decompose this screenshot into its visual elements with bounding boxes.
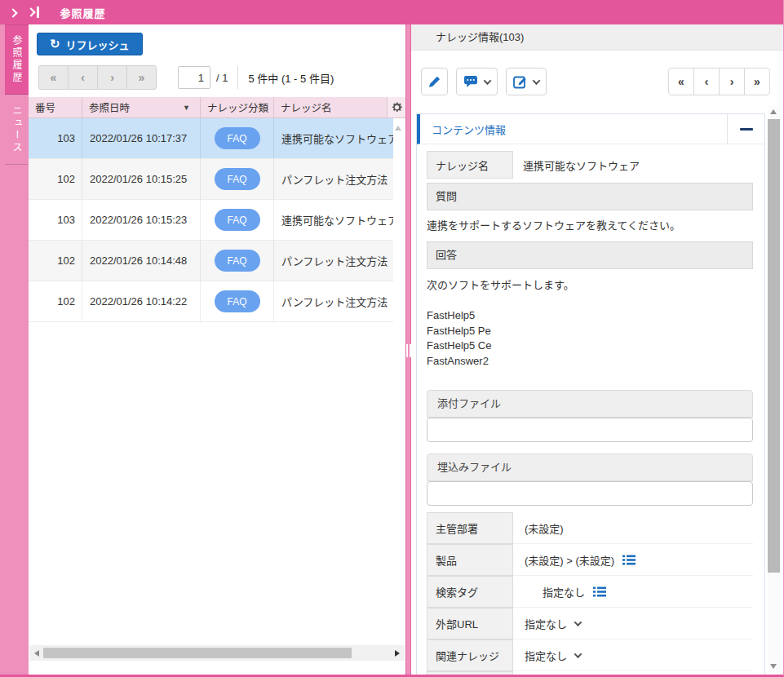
column-settings-gear-icon[interactable] [388,97,405,117]
scroll-down-arrow[interactable] [770,664,777,669]
meta-label: 外部URL [427,608,513,639]
horizontal-scroll-thumb[interactable] [43,648,352,658]
horizontal-scrollbar[interactable] [29,645,405,661]
category-badge: FAQ [215,127,260,149]
next-page-button[interactable]: › [97,65,127,90]
sidebar-tab-active[interactable]: 参照履歴 [5,24,29,95]
sidebar-tab-label: ニュース [10,105,24,154]
table-row[interactable]: 1022022/01/26 10:14:48FAQパンフレット注文方法 [29,241,393,281]
prev-page-button[interactable]: ‹ [68,65,98,90]
next-record-button[interactable]: › [719,68,745,95]
table-row[interactable]: 1032022/01/26 10:17:37FAQ連携可能なソフトウェア [29,118,393,159]
sidebar-tabs: 参照履歴ニュース [0,24,29,165]
cell-category: FAQ [201,118,274,158]
column-header-number[interactable]: 番号 [29,97,82,117]
sidebar: 参照履歴ニュース [0,24,29,675]
detail-title: ナレッジ情報(103) [411,24,783,51]
table-row[interactable]: 1032022/01/26 10:15:23FAQ連携可能なソフトウェア [29,200,393,241]
scroll-right-arrow[interactable] [395,650,400,657]
meta-table: 主管部署(未設定)製品(未設定) > (未設定)検索タグ指定なし外部URL指定な… [427,512,753,675]
prev-record-button[interactable]: ‹ [693,68,720,95]
open-list-icon[interactable] [593,586,606,597]
question-label: 質問 [427,183,753,210]
embedded-file-group: 埋込みファイル [427,454,753,506]
meta-label: 製品 [427,544,513,576]
answer-line: FastAnswer2 [427,354,753,369]
vertical-scroll-thumb[interactable] [768,119,780,573]
meta-value: 指定なし [543,576,606,607]
category-badge: FAQ [215,250,260,272]
cell-knowledge-name: パンフレット注文方法 [274,241,393,281]
meta-value-text: 指定なし [543,584,585,600]
compose-icon [513,75,527,89]
column-header-name[interactable]: ナレッジ名 [274,97,388,117]
cell-knowledge-name: 連携可能なソフトウェア [274,118,393,158]
table-row[interactable]: 1022022/01/26 10:14:22FAQパンフレット注文方法 [29,281,393,322]
meta-label: 一緒に参照され [427,671,513,675]
detail-panel: ナレッジ情報(103) « [411,24,783,675]
attachment-group: 添付ファイル [427,390,753,442]
meta-value[interactable]: 指定なし [525,639,581,670]
meta-label: 主管部署 [427,512,513,544]
cell-datetime: 2022/01/26 10:14:48 [82,241,201,281]
compose-menu-button[interactable] [506,68,547,95]
cell-number: 103 [29,200,82,240]
result-count: 5 件中 (1 - 5 件目) [248,70,334,86]
section-header: コンテンツ情報 [417,114,764,144]
meta-row: 主管部署(未設定) [427,512,753,544]
list-icon [622,555,636,565]
cell-category: FAQ [201,159,274,199]
meta-value-text: 指定なし [525,648,567,663]
scroll-up-arrow[interactable] [770,109,777,114]
cell-number: 102 [29,281,82,321]
sidebar-tab-inactive[interactable]: ニュース [5,95,29,165]
first-page-button[interactable]: « [38,65,69,90]
table-scroll-up-arrow[interactable] [395,126,401,131]
cell-category: FAQ [201,241,274,281]
column-header-datetime[interactable]: 参照日時 ▼ [82,97,201,117]
comment-menu-button[interactable] [456,68,498,95]
meta-value-text: (未設定) [525,520,564,536]
cell-datetime: 2022/01/26 10:15:23 [82,200,201,240]
meta-value[interactable]: 指定なし [525,671,581,675]
meta-value: (未設定) [525,512,564,543]
sidebar-tab-label: 参照履歴 [10,35,24,84]
first-record-button[interactable]: « [668,68,694,95]
collapse-pin-icon[interactable] [28,7,39,18]
panel-splitter[interactable] [405,24,411,675]
last-record-button[interactable]: » [744,68,770,95]
last-page-button[interactable]: » [126,65,157,90]
sort-desc-icon[interactable]: ▼ [183,104,190,112]
meta-value[interactable]: 指定なし [525,608,581,639]
meta-row: 外部URL指定なし [427,608,753,639]
embedded-file-input[interactable] [427,481,753,506]
cell-category: FAQ [201,281,274,321]
meta-row: 一緒に参照され指定なし [427,671,753,675]
meta-label: 検索タグ [427,576,513,608]
open-list-icon[interactable] [622,555,636,565]
knowledge-name-row: ナレッジ名 連携可能なソフトウェア [427,151,753,179]
splitter-grip-icon[interactable] [406,344,411,357]
column-header-category[interactable]: ナレッジ分類 [201,97,274,117]
expand-panel-icon[interactable] [10,7,16,19]
meta-value: (未設定) > (未設定) [525,544,636,575]
content-info-section: コンテンツ情報 ナレッジ名 連携可能なソフトウェア 質問 連携をサポートするソフ… [416,113,765,675]
history-table: 番号 参照日時 ▼ ナレッジ分類 ナレッジ名 1032022/01/26 10:… [29,97,405,322]
list-panel: ↻ リフレッシュ « ‹ › » / 1 5 件中 (1 - 5 件目) 番号 [29,24,405,675]
detail-scrollbar[interactable] [768,106,780,672]
collapse-section-button[interactable] [727,114,764,144]
section-title: コンテンツ情報 [420,122,506,137]
chevron-down-icon[interactable] [574,650,582,658]
refresh-button[interactable]: ↻ リフレッシュ [37,33,143,55]
edit-button[interactable] [421,68,448,95]
attachment-input[interactable] [427,418,753,442]
scroll-left-arrow[interactable] [34,650,39,657]
chevron-down-icon [533,77,541,85]
meta-row: 関連ナレッジ指定なし [427,639,753,671]
table-row[interactable]: 1022022/01/26 10:15:25FAQパンフレット注文方法 [29,159,393,200]
chevron-down-icon[interactable] [574,618,582,626]
answer-line: FastHelp5 Pe [427,324,753,339]
attachment-label: 添付ファイル [427,390,753,418]
table-header: 番号 参照日時 ▼ ナレッジ分類 ナレッジ名 [29,97,405,118]
page-number-input[interactable] [178,66,210,89]
